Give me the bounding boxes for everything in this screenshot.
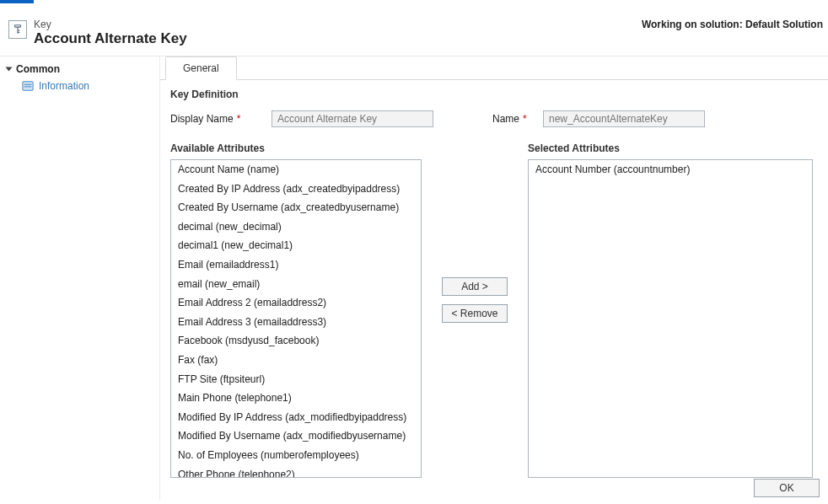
- list-item[interactable]: Modified By Username (adx_modifiedbyuser…: [171, 426, 421, 446]
- header-label: Key: [34, 19, 187, 30]
- name-input[interactable]: [543, 110, 705, 127]
- ok-button[interactable]: OK: [754, 479, 820, 497]
- caret-down-icon: [6, 67, 13, 72]
- list-item[interactable]: Account Name (name): [171, 160, 421, 180]
- display-name-label: Display Name*: [170, 113, 272, 125]
- sidebar: Common Information: [0, 56, 160, 500]
- sidebar-group-label: Common: [16, 63, 60, 75]
- list-item[interactable]: Email (emailaddress1): [171, 255, 421, 275]
- list-item[interactable]: Created By IP Address (adx_createdbyipad…: [171, 180, 421, 199]
- list-item[interactable]: Other Phone (telephone2): [171, 465, 421, 479]
- available-attributes-listbox[interactable]: Account Name (name)Created By IP Address…: [170, 159, 422, 478]
- selected-attributes-listbox[interactable]: Account Number (accountnumber): [528, 159, 813, 478]
- available-attributes-label: Available Attributes: [170, 142, 422, 154]
- list-item[interactable]: Facebook (msdyusd_facebook): [171, 331, 421, 351]
- list-item[interactable]: Main Phone (telephone1): [171, 389, 421, 408]
- sidebar-item-label: Information: [39, 80, 89, 92]
- display-name-input[interactable]: [272, 110, 433, 127]
- tab-general[interactable]: General: [165, 56, 237, 80]
- list-item[interactable]: email (new_email): [171, 275, 421, 294]
- working-on-solution-label: Working on solution: Default Solution: [642, 19, 823, 30]
- add-button[interactable]: Add >: [442, 277, 508, 296]
- list-item[interactable]: FTP Site (ftpsiteurl): [171, 370, 421, 389]
- svg-rect-4: [23, 82, 33, 91]
- list-item[interactable]: Email Address 2 (emailaddress2): [171, 293, 421, 313]
- key-icon: [8, 20, 27, 39]
- sidebar-group-common[interactable]: Common: [7, 63, 153, 75]
- page-header: Key Account Alternate Key Working on sol…: [0, 3, 828, 56]
- form-icon: [22, 80, 34, 92]
- list-item[interactable]: No. of Employees (numberofemployees): [171, 446, 421, 465]
- remove-button[interactable]: < Remove: [442, 304, 508, 323]
- name-label: Name*: [492, 113, 543, 125]
- list-item[interactable]: Email Address 3 (emailaddress3): [171, 313, 421, 332]
- list-item[interactable]: Fax (fax): [171, 351, 421, 370]
- list-item[interactable]: Created By Username (adx_createdbyuserna…: [171, 198, 421, 217]
- sidebar-item-information[interactable]: Information: [7, 80, 153, 92]
- list-item[interactable]: decimal (new_decimal): [171, 217, 421, 237]
- svg-rect-0: [15, 25, 21, 27]
- list-item[interactable]: decimal1 (new_decimal1): [171, 236, 421, 255]
- tabs: General: [160, 56, 828, 80]
- list-item[interactable]: Account Number (accountnumber): [529, 160, 812, 180]
- selected-attributes-label: Selected Attributes: [528, 142, 813, 154]
- header-title: Account Alternate Key: [34, 30, 187, 47]
- section-title: Key Definition: [170, 88, 818, 100]
- list-item[interactable]: Modified By IP Address (adx_modifiedbyip…: [171, 408, 421, 427]
